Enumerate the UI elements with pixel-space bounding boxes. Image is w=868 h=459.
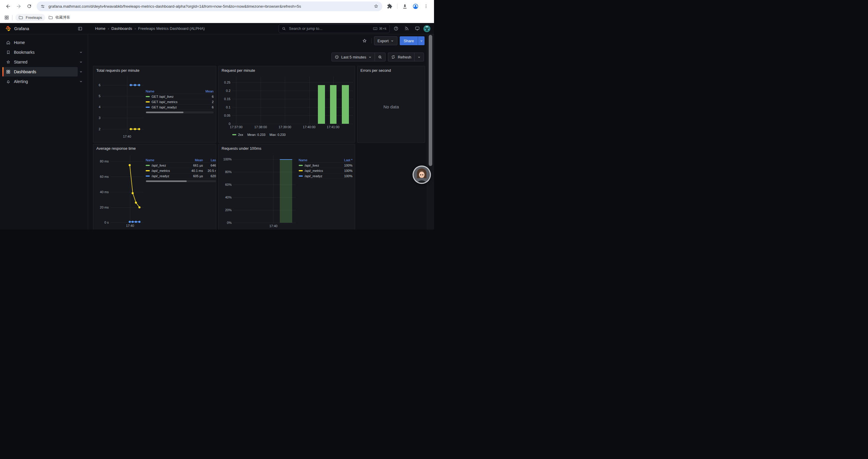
floating-assistant-avatar[interactable] [412,165,431,184]
breadcrumb-home[interactable]: Home [95,26,105,31]
series-bar [318,85,325,124]
chevron-down-icon[interactable] [79,80,83,83]
legend-value: 605 µs [186,174,203,178]
user-avatar[interactable] [423,25,430,32]
chevron-down-icon[interactable] [79,70,83,73]
sidebar-item-starred[interactable]: Starred [2,57,85,67]
search-shortcut: ⌘+k [373,26,386,31]
legend-row[interactable]: /api/_metrics100% [299,168,352,173]
data-point [138,128,140,130]
extensions-icon[interactable] [385,1,395,11]
share-button[interactable]: Share [400,36,418,45]
v-gridline [127,76,127,133]
y-tick-label: 0.2 [220,89,230,93]
zoom-out-icon [378,55,382,59]
search-box[interactable]: ⌘+k [279,24,390,33]
chart-plot-area[interactable] [102,76,144,133]
scrollbar-thumb[interactable] [146,112,183,113]
sidebar-item-home[interactable]: Home [2,38,85,47]
no-data-message: No data [358,104,425,109]
legend-h-scrollbar[interactable] [146,111,214,113]
brand-name: Grafana [14,26,75,31]
data-point [138,221,140,223]
panel-title[interactable]: Requests under 100ms [222,146,261,151]
legend-series-name[interactable]: 2xx [232,133,243,136]
url-input[interactable] [48,4,371,9]
browser-menu-icon[interactable] [421,1,431,11]
refresh-interval-caret[interactable] [414,53,424,61]
share-menu-caret[interactable] [418,36,425,45]
legend-column-header[interactable]: Mean [186,158,203,162]
caret-down-icon [368,56,372,59]
apps-grid-icon[interactable] [4,15,9,20]
sidebar-item-bookmarks[interactable]: Bookmarks [2,47,85,57]
refresh-button[interactable]: Refresh [388,53,414,61]
chevron-down-icon[interactable] [79,51,83,54]
legend-column-header[interactable]: Mean [199,90,214,93]
clock-icon [335,55,339,59]
bookmark-folder-freeleaps[interactable]: Freeleaps [16,14,45,21]
zoom-out-button[interactable] [375,53,385,61]
legend-column-header[interactable]: Name [146,158,186,162]
legend-row[interactable]: GET /api/_livez6 [146,94,214,99]
legend-row[interactable]: /api/_livez100% [299,163,352,168]
bookmark-folder-blogs[interactable]: 收藏博客 [45,14,73,21]
h-gridline [102,118,144,118]
legend-row[interactable]: /api/_livez661 µs646 [146,163,216,168]
legend-h-scrollbar[interactable] [146,180,216,182]
news-icon[interactable] [402,24,411,33]
legend-column-header[interactable]: Name [146,90,199,93]
export-button[interactable]: Export [374,36,398,45]
breadcrumb-dashboards[interactable]: Dashboards [112,26,132,31]
legend-column-header[interactable]: Last * [337,158,352,162]
bookmark-icon [6,50,11,55]
scrollbar-thumb[interactable] [429,35,432,166]
site-settings-icon[interactable] [40,4,45,9]
time-range-button[interactable]: Last 5 minutes [332,53,375,61]
screen-share-icon[interactable] [413,24,422,33]
panel-title[interactable]: Request per minute [222,68,255,73]
legend-row[interactable]: GET /api/_readyz6 [146,104,214,110]
legend-column-header[interactable]: Las [203,158,216,162]
legend-table: NameMeanLas/api/_livez661 µs646/api/_met… [146,157,216,182]
favorite-star-icon[interactable] [360,36,369,45]
legend-series-name: GET /api/_metrics [146,100,199,104]
address-bar[interactable] [37,1,382,11]
downloads-icon[interactable] [400,1,410,11]
panel-title[interactable]: Average response time [96,146,135,151]
breadcrumb: Home › Dashboards › Freeleaps Metrics Da… [95,26,205,31]
grafana-logo[interactable] [5,25,11,32]
chart-plot-area[interactable] [111,155,143,222]
time-controls: Last 5 minutes Refresh [332,53,424,61]
dock-menu-icon[interactable] [75,24,85,33]
breadcrumb-current: Freeleaps Metrics Dashboard (ALPHA) [138,26,205,31]
legend-row[interactable]: GET /api/_metrics2 [146,99,214,104]
legend-column-header[interactable]: Name [299,158,337,162]
forward-icon[interactable] [13,1,24,11]
chart-plot-area[interactable] [234,155,296,223]
search-input[interactable] [288,26,370,31]
panel-title[interactable]: Total requests per minute [96,68,140,73]
sidebar-item-dashboards[interactable]: Dashboards [2,67,85,76]
sidebar-item-alerting[interactable]: Alerting [2,77,85,86]
panel-title[interactable]: Errors per second [361,68,391,73]
page-scrollbar [427,34,434,230]
legend-series-name: /api/_livez [146,164,186,167]
y-tick-label: 0% [220,221,231,225]
dashboard-toolbar: Export Share [360,36,425,45]
help-icon[interactable] [392,24,400,33]
legend-row[interactable]: /api/_metrics40.1 ms20.5 r [146,168,216,173]
reload-icon[interactable] [24,1,34,11]
grafana-header: Grafana Home › Dashboards › Freeleaps Me… [0,23,434,34]
legend-row[interactable]: /api/_readyz100% [299,173,352,179]
chevron-down-icon[interactable] [79,60,83,64]
bookmark-star-icon[interactable] [373,4,379,9]
sidebar-item-label: Home [14,40,83,45]
scrollbar-thumb[interactable] [146,181,187,182]
back-icon[interactable] [3,1,13,11]
legend-series-name: GET /api/_livez [146,95,199,98]
profile-icon[interactable] [410,1,421,11]
legend-row[interactable]: /api/_readyz605 µs620 [146,173,216,179]
chart-plot-area[interactable] [232,76,353,124]
y-tick-label: 2 [95,127,100,131]
